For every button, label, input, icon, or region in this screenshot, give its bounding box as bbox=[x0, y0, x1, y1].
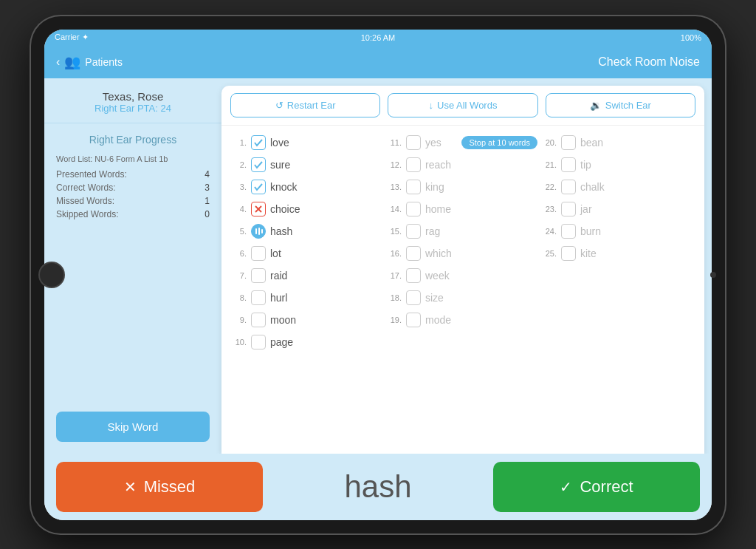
skip-word-button[interactable]: Skip Word bbox=[56, 412, 210, 442]
toolbar: ↺ Restart Ear ↓ Use All Words 🔉 Switch E… bbox=[221, 86, 704, 126]
word-text-3: knock bbox=[270, 181, 298, 193]
word-text-19: mode bbox=[425, 314, 451, 326]
battery-text: 100% bbox=[486, 33, 701, 42]
bottom-bar: ✕ Missed hash ✓ Correct bbox=[44, 454, 712, 520]
correct-button[interactable]: ✓ Correct bbox=[493, 462, 700, 512]
list-item: 11. yes Stop at 10 words bbox=[385, 132, 540, 154]
word-checkbox-24[interactable] bbox=[561, 224, 576, 239]
use-all-label: Use All Words bbox=[437, 100, 497, 111]
word-text-1: love bbox=[270, 137, 289, 149]
status-bar: Carrier ✦ 10:26 AM 100% bbox=[44, 30, 712, 46]
word-grid: 1. love 2. sure bbox=[221, 126, 704, 454]
word-checkbox-16[interactable] bbox=[406, 246, 421, 261]
word-text-24: burn bbox=[580, 225, 601, 237]
word-column-1: 1. love 2. sure bbox=[230, 132, 385, 448]
list-item: 10. page bbox=[230, 331, 385, 353]
restart-label: Restart Ear bbox=[287, 100, 336, 111]
word-text-2: sure bbox=[270, 159, 290, 171]
back-label: Patients bbox=[85, 56, 123, 68]
stat-missed: Missed Words: 1 bbox=[56, 196, 210, 206]
word-checkbox-4[interactable] bbox=[251, 202, 266, 216]
list-item: 20. bean bbox=[540, 132, 695, 154]
ipad-frame: Carrier ✦ 10:26 AM 100% ‹ 👥 Patients Che… bbox=[31, 16, 725, 533]
list-item: 19. mode bbox=[385, 309, 540, 331]
word-checkbox-13[interactable] bbox=[406, 180, 421, 194]
word-column-2: 11. yes Stop at 10 words 12. reach 13. bbox=[385, 132, 540, 448]
word-checkbox-2[interactable] bbox=[251, 157, 266, 172]
restart-icon: ↺ bbox=[275, 100, 284, 111]
list-item: 14. home bbox=[385, 198, 540, 220]
list-item: 17. week bbox=[385, 265, 540, 287]
switch-ear-button[interactable]: 🔉 Switch Ear bbox=[546, 93, 695, 117]
word-checkbox-19[interactable] bbox=[406, 313, 421, 327]
stat-missed-label: Missed Words: bbox=[56, 196, 114, 206]
time-text: 10:26 AM bbox=[270, 33, 486, 42]
restart-ear-button[interactable]: ↺ Restart Ear bbox=[230, 93, 380, 117]
word-text-18: size bbox=[425, 292, 444, 304]
word-text-25: kite bbox=[580, 248, 597, 259]
word-checkbox-17[interactable] bbox=[406, 268, 421, 283]
word-text-20: bean bbox=[580, 137, 603, 149]
patient-name: Texas, Rose bbox=[52, 90, 214, 103]
list-item: 5. hash bbox=[230, 220, 385, 242]
word-checkbox-21[interactable] bbox=[561, 157, 576, 172]
list-item: 12. reach bbox=[385, 154, 540, 176]
word-checkbox-22[interactable] bbox=[561, 180, 576, 194]
nav-title: Check Room Noise bbox=[598, 55, 700, 69]
word-checkbox-20[interactable] bbox=[561, 135, 576, 150]
word-checkbox-10[interactable] bbox=[251, 335, 266, 349]
svg-rect-4 bbox=[261, 229, 263, 233]
word-text-8: hurl bbox=[270, 292, 287, 304]
word-checkbox-25[interactable] bbox=[561, 246, 576, 261]
word-checkbox-23[interactable] bbox=[561, 202, 576, 216]
word-checkbox-6[interactable] bbox=[251, 246, 266, 261]
stop-at-badge: Stop at 10 words bbox=[461, 136, 537, 149]
word-checkbox-18[interactable] bbox=[406, 290, 421, 305]
stat-presented-label: Presented Words: bbox=[56, 169, 127, 180]
main-area: Texas, Rose Right Ear PTA: 24 Right Ear … bbox=[44, 78, 712, 454]
list-item: 13. king bbox=[385, 176, 540, 198]
word-text-4: choice bbox=[270, 203, 300, 215]
word-column-3: 20. bean 21. tip 22. chalk bbox=[540, 132, 695, 448]
switch-ear-label: Switch Ear bbox=[605, 100, 651, 111]
word-checkbox-12[interactable] bbox=[406, 157, 421, 172]
list-item: 2. sure bbox=[230, 154, 385, 176]
word-checkbox-11[interactable] bbox=[406, 135, 421, 150]
word-checkbox-8[interactable] bbox=[251, 290, 266, 305]
word-checkbox-9[interactable] bbox=[251, 313, 266, 327]
list-item: 3. knock bbox=[230, 176, 385, 198]
word-checkbox-3[interactable] bbox=[251, 180, 266, 194]
list-item: 15. rag bbox=[385, 220, 540, 242]
word-text-14: home bbox=[425, 203, 451, 215]
missed-button[interactable]: ✕ Missed bbox=[56, 462, 263, 512]
list-item: 6. lot bbox=[230, 242, 385, 265]
word-checkbox-7[interactable] bbox=[251, 268, 266, 283]
word-checkbox-1[interactable] bbox=[251, 135, 266, 150]
back-button[interactable]: ‹ 👥 Patients bbox=[56, 54, 123, 70]
word-checkbox-14[interactable] bbox=[406, 202, 421, 216]
stat-correct: Correct Words: 3 bbox=[56, 183, 210, 193]
stat-presented: Presented Words: 4 bbox=[56, 169, 210, 180]
word-text-7: raid bbox=[270, 270, 287, 282]
missed-label: Missed bbox=[144, 477, 196, 497]
camera bbox=[710, 272, 716, 278]
stat-skipped: Skipped Words: 0 bbox=[56, 209, 210, 219]
word-text-15: rag bbox=[425, 225, 440, 237]
ipad-screen: Carrier ✦ 10:26 AM 100% ‹ 👥 Patients Che… bbox=[44, 30, 712, 520]
list-item: 8. hurl bbox=[230, 287, 385, 309]
list-item: 1. love bbox=[230, 132, 385, 154]
correct-label: Correct bbox=[580, 477, 633, 497]
right-panel: ↺ Restart Ear ↓ Use All Words 🔉 Switch E… bbox=[221, 86, 704, 454]
use-all-words-button[interactable]: ↓ Use All Words bbox=[388, 93, 537, 117]
word-checkbox-15[interactable] bbox=[406, 224, 421, 239]
home-button[interactable] bbox=[38, 262, 65, 288]
svg-rect-2 bbox=[255, 228, 257, 234]
ear-icon: 🔉 bbox=[590, 100, 602, 111]
stat-correct-label: Correct Words: bbox=[56, 183, 115, 193]
word-text-12: reach bbox=[425, 159, 451, 171]
back-chevron-icon: ‹ bbox=[56, 55, 60, 69]
word-checkbox-5[interactable] bbox=[251, 224, 266, 239]
list-item: 7. raid bbox=[230, 265, 385, 287]
svg-rect-3 bbox=[258, 228, 260, 235]
list-item: 23. jar bbox=[540, 198, 695, 220]
